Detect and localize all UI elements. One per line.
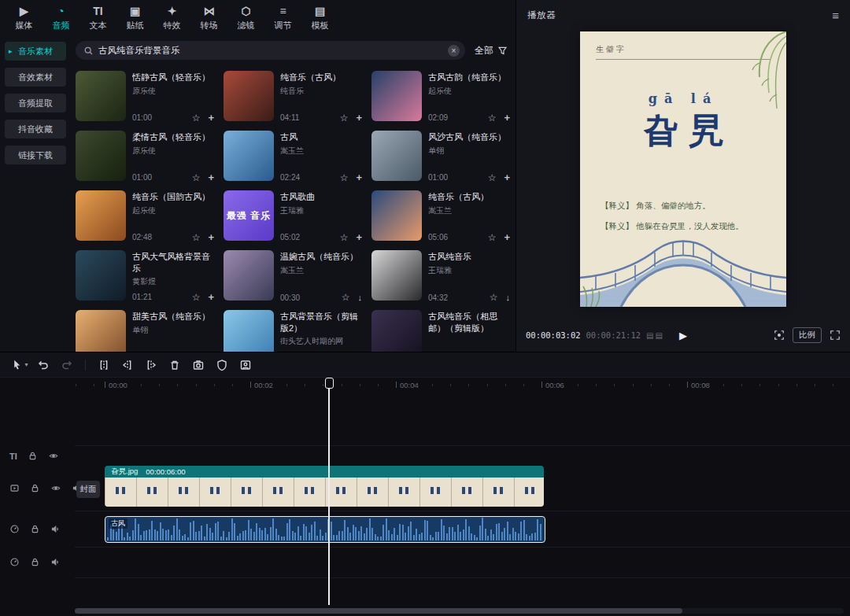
music-card[interactable]: 纯音乐（古风） 纯音乐 04:11 [224,71,362,123]
mute-speaker-icon[interactable] [50,524,61,534]
tab-label: 模板 [312,20,329,31]
redo-button[interactable] [55,359,79,371]
lock-icon[interactable] [30,524,40,534]
music-card[interactable]: 古风 嵩玉兰 02:24 [224,131,362,183]
music-thumbnail [224,131,274,181]
clear-search-icon[interactable]: × [448,45,460,57]
top-tab[interactable]: ▤ 模板 [302,5,338,31]
favorite-star-icon[interactable] [340,113,349,123]
frame-view-icons[interactable]: ▤▤ [646,331,664,340]
favorite-star-icon[interactable] [340,173,349,183]
sidebar-item[interactable]: 音效素材 [5,68,66,87]
music-duration: 02:48 [132,233,184,242]
favorite-star-icon[interactable] [192,293,201,302]
add-download-icon[interactable] [208,292,214,302]
add-download-icon[interactable] [208,113,214,123]
add-download-icon[interactable] [504,232,510,242]
search-box[interactable]: × [76,41,465,60]
trim-right-button[interactable] [139,359,163,371]
favorite-star-icon[interactable] [192,113,201,123]
add-download-icon[interactable] [208,232,214,242]
play-button[interactable]: ▶ [679,330,687,341]
add-download-icon[interactable] [506,293,511,302]
add-download-icon[interactable] [356,232,362,242]
top-tab[interactable]: TI 文本 [80,5,116,31]
audio-track-header [9,524,61,534]
music-thumbnail [371,71,422,121]
music-card[interactable]: 纯音乐（古风） 嵩玉兰 05:06 [371,190,510,242]
top-tab[interactable]: ⋈ 转场 [191,5,227,31]
music-card[interactable]: 古风背景音乐（剪辑版2） 街头艺人时期的网 [224,310,362,352]
hide-track-eye-icon[interactable] [48,451,59,461]
sidebar-item[interactable]: 音乐素材 [5,42,66,61]
tab-label: 特效 [164,20,181,31]
mask-button[interactable] [210,359,234,371]
mute-speaker-icon[interactable] [50,557,61,567]
ratio-button[interactable]: 比例 [793,327,822,343]
favorite-star-icon[interactable] [488,233,497,242]
trim-left-button[interactable] [116,359,139,371]
split-button[interactable] [92,359,116,371]
favorite-star-icon[interactable] [342,293,350,302]
favorite-star-icon[interactable] [490,293,498,302]
sidebar-item[interactable]: 音频提取 [5,94,66,113]
filter-all-button[interactable]: 全部 [475,44,508,57]
search-input[interactable] [98,46,443,55]
select-tool-button[interactable]: ▾ [8,359,31,371]
favorite-star-icon[interactable] [488,113,497,123]
top-tab[interactable]: ≡ 调节 [265,5,301,31]
music-card[interactable]: 古风纯音乐 王瑞雅 04:32 [371,250,510,302]
tab-label: 调节 [275,20,292,31]
freeze-frame-button[interactable] [187,359,210,371]
cover-button[interactable]: 封面 [76,481,100,498]
add-download-icon[interactable] [504,113,510,123]
horizontal-scrollbar-thumb[interactable] [75,608,682,614]
delete-button[interactable] [163,359,187,371]
music-card[interactable]: 纯音乐（国韵古风） 起乐使 02:48 [76,190,214,242]
lock-icon[interactable] [30,483,40,493]
add-download-icon[interactable] [504,172,510,183]
add-download-icon[interactable] [358,293,363,302]
favorite-star-icon[interactable] [488,173,497,183]
time-ruler[interactable]: 00:00 00:02 00:04 00:06 00:08 [75,378,850,392]
video-clip[interactable]: 旮旯.jpg 00:00:06:00 [105,466,544,507]
music-card[interactable]: 柔情古风（轻音乐） 原乐使 01:00 [76,131,214,183]
audio-clip[interactable]: 古风 [105,516,545,543]
add-download-icon[interactable] [356,113,362,123]
matting-button[interactable] [234,359,257,371]
top-tab[interactable]: ▣ 贴纸 [117,5,153,31]
playhead[interactable] [328,378,330,605]
favorite-star-icon[interactable] [192,173,201,183]
music-card[interactable]: 古风古韵（纯音乐） 起乐使 02:09 [371,71,510,123]
fullscreen-icon[interactable] [830,330,841,341]
music-card[interactable]: 甜美古风（纯音乐） 单翎 [76,310,214,352]
hide-track-eye-icon[interactable] [50,483,61,493]
timeline-toolbar: ▾ [0,352,850,378]
top-tab[interactable]: ⬡ 滤镜 [228,5,264,31]
favorite-star-icon[interactable] [340,233,349,242]
sidebar-item[interactable]: 抖音收藏 [5,120,66,138]
music-card[interactable]: 温婉古风（纯音乐） 嵩玉兰 00:30 [224,250,362,302]
favorite-star-icon[interactable] [192,233,201,242]
top-tab[interactable]: ✦ 特效 [154,5,190,31]
tab-icon: ✦ [168,5,177,17]
undo-button[interactable] [31,359,55,371]
add-download-icon[interactable] [208,172,214,183]
music-card-grid: 恬静古风（轻音乐） 原乐使 01:00 纯音乐（ [76,71,510,352]
music-card[interactable]: 古风纯音乐（相思邮）（剪辑版） [371,310,510,352]
ruler-mark: 00:08 [687,378,833,392]
top-tab[interactable]: ◔ 音频 [43,5,79,31]
music-card[interactable]: 风沙古风（纯音乐） 单翎 01:00 [371,131,510,183]
lock-icon[interactable] [28,451,38,461]
player-menu-icon[interactable]: ≡ [832,9,839,22]
music-card[interactable]: 最强 音乐 古风歌曲 王瑞雅 05:02 [224,190,362,242]
lock-icon[interactable] [30,557,40,567]
sidebar-item[interactable]: 链接下载 [5,146,66,164]
music-card-meta: 恬静古风（轻音乐） 原乐使 01:00 [132,71,214,123]
add-download-icon[interactable] [356,172,362,183]
fit-screen-icon[interactable] [774,330,785,341]
music-card[interactable]: 恬静古风（轻音乐） 原乐使 01:00 [76,71,214,123]
top-tab[interactable]: ▶ 媒体 [6,5,42,31]
music-card[interactable]: 古风大气风格背景音乐 黄影煜 01:21 [76,250,214,302]
music-duration: 05:06 [428,233,480,242]
